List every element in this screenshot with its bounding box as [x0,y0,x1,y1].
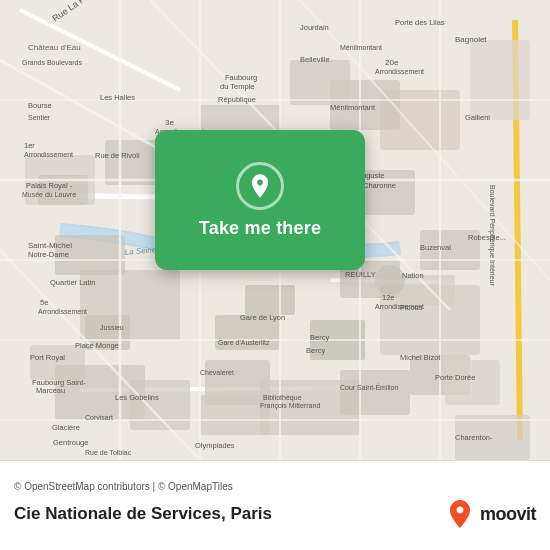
location-pin-icon [236,162,284,210]
svg-text:du Temple: du Temple [220,82,254,91]
svg-text:Bagnolet: Bagnolet [455,35,487,44]
svg-text:Corvisart: Corvisart [85,414,113,421]
svg-rect-18 [130,380,190,430]
location-card: Take me there [155,130,365,270]
svg-rect-9 [105,140,160,185]
map-container: Rue La Fayette Château d'Eau Grands Boul… [0,0,550,460]
svg-text:Bercy: Bercy [306,346,325,355]
svg-text:Quartier Latin: Quartier Latin [50,278,95,287]
svg-text:Porte des Lilas: Porte des Lilas [395,18,445,27]
svg-text:Marceau: Marceau [36,386,65,395]
svg-text:Bourse: Bourse [28,101,52,110]
svg-text:Notre-Dame: Notre-Dame [28,250,69,259]
svg-text:Rue de Tolbiac: Rue de Tolbiac [85,449,132,456]
svg-text:Arrondissement: Arrondissement [24,151,73,158]
svg-text:Les Gobelins: Les Gobelins [115,393,159,402]
svg-text:République: République [218,95,256,104]
moovit-icon [444,498,476,530]
svg-text:Bercy: Bercy [310,333,329,342]
svg-text:Buzenval: Buzenval [420,243,451,252]
svg-text:1er: 1er [24,141,35,150]
svg-rect-20 [200,395,270,435]
svg-rect-12 [470,40,530,120]
svg-text:Rue de Rivoli: Rue de Rivoli [95,151,140,160]
svg-text:Jussieu: Jussieu [100,324,124,331]
svg-text:François Mitterrand: François Mitterrand [260,402,320,410]
svg-text:REUILLY: REUILLY [345,270,376,279]
svg-text:Arrondissement: Arrondissement [38,308,87,315]
svg-rect-28 [290,60,350,105]
svg-text:Cour Saint-Émilion: Cour Saint-Émilion [340,383,398,391]
svg-text:Gare d'Austerlitz: Gare d'Austerlitz [218,339,270,346]
svg-text:Château d'Eau: Château d'Eau [28,43,81,52]
bottom-bar: © OpenStreetMap contributors | © OpenMap… [0,460,550,550]
svg-text:Arrondissement: Arrondissement [375,303,424,310]
svg-text:Ménilmontant: Ménilmontant [340,44,382,51]
svg-text:20e: 20e [385,58,399,67]
svg-text:Gare de Lyon: Gare de Lyon [240,313,285,322]
svg-text:5e: 5e [40,298,48,307]
svg-text:12e: 12e [382,293,395,302]
svg-text:Belleville: Belleville [300,55,330,64]
svg-text:Robespie...: Robespie... [468,233,506,242]
moovit-logo: moovit [444,498,536,530]
bottom-info-row: Cie Nationale de Services, Paris moovit [14,498,536,530]
svg-text:Ménilmontant: Ménilmontant [330,103,376,112]
svg-text:Les Halles: Les Halles [100,93,135,102]
svg-text:Bibliothèque: Bibliothèque [263,394,302,402]
svg-rect-6 [245,285,295,315]
moovit-brand-text: moovit [480,504,536,525]
svg-text:Charenton-: Charenton- [455,433,493,442]
svg-text:Arrondissement: Arrondissement [375,68,424,75]
svg-text:Port Royal: Port Royal [30,353,65,362]
map-attribution: © OpenStreetMap contributors | © OpenMap… [14,481,536,492]
svg-text:Olympiades: Olympiades [195,441,235,450]
svg-rect-24 [445,360,500,405]
take-me-there-button[interactable]: Take me there [199,218,321,239]
svg-text:Jourdain: Jourdain [300,23,329,32]
svg-rect-27 [340,370,410,415]
svg-text:Michel Bizot: Michel Bizot [400,353,441,362]
svg-text:3e: 3e [165,118,174,127]
svg-text:Saint-Michel: Saint-Michel [28,241,72,250]
svg-text:Musée du Louvre: Musée du Louvre [22,191,76,198]
svg-text:Sentier: Sentier [28,114,51,121]
svg-text:Chevaleret: Chevaleret [200,369,234,376]
svg-text:Grands Boulevards: Grands Boulevards [22,59,82,66]
svg-rect-32 [375,265,405,295]
svg-text:Gentrouge: Gentrouge [53,438,88,447]
svg-text:Faubourg: Faubourg [225,73,257,82]
place-name: Cie Nationale de Services, Paris [14,504,272,524]
svg-text:Place Monge: Place Monge [75,341,119,350]
svg-text:Nation: Nation [402,271,424,280]
svg-text:Porte Dorée: Porte Dorée [435,373,475,382]
svg-text:Palais Royal -: Palais Royal - [26,181,73,190]
svg-text:Gallieni: Gallieni [465,113,490,122]
svg-text:Glacière: Glacière [52,423,80,432]
svg-text:Charonne: Charonne [363,181,396,190]
